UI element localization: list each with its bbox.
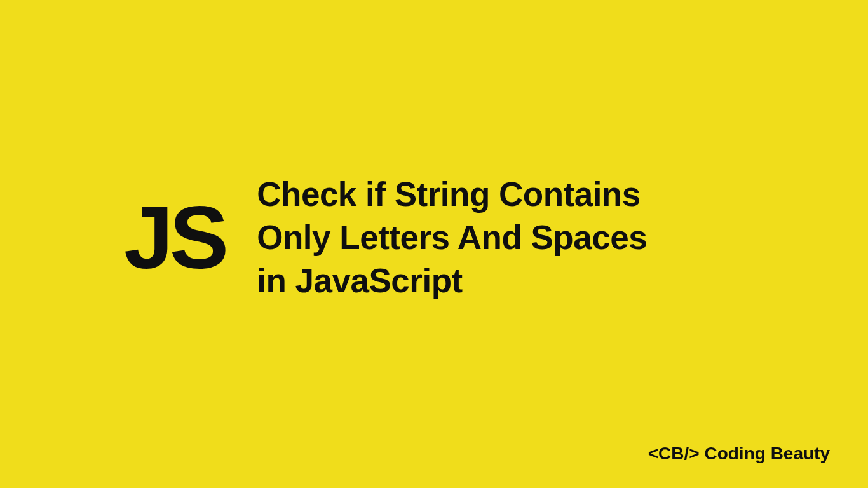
brand-name: Coding Beauty: [704, 444, 830, 463]
footer-brand: <CB/> Coding Beauty: [648, 444, 830, 464]
title-line-2: Only Letters And Spaces: [257, 216, 647, 259]
title-line-3: in JavaScript: [257, 259, 647, 302]
brand-tag: <CB/>: [648, 444, 700, 463]
article-title: Check if String Contains Only Letters An…: [257, 173, 647, 302]
js-logo: JS: [124, 193, 257, 282]
title-line-1: Check if String Contains: [257, 173, 647, 216]
content-wrapper: JS Check if String Contains Only Letters…: [0, 0, 868, 488]
